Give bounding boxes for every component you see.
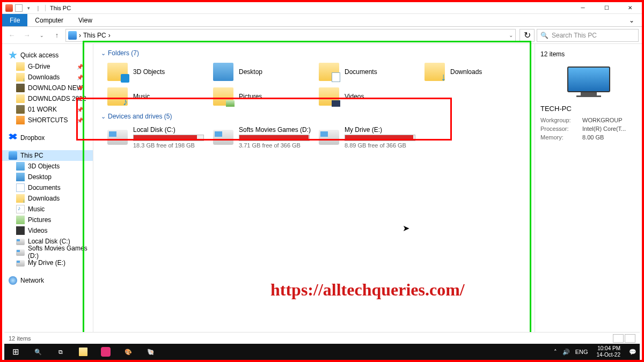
tray-expand-icon[interactable]: ˄ <box>554 349 557 356</box>
nav-up-button[interactable]: ↑ <box>50 29 63 42</box>
pc-monitor-icon <box>567 67 610 96</box>
taskbar-search-button[interactable]: 🔍 <box>27 344 49 360</box>
tray-volume-icon[interactable]: 🔊 <box>562 349 570 356</box>
sidebar-item-documents[interactable]: Documents <box>2 182 93 193</box>
view-large-button[interactable] <box>625 334 635 343</box>
disk-icon <box>213 130 233 145</box>
sidebar-dropbox[interactable]: Dropbox <box>2 132 93 144</box>
disk-icon <box>16 260 25 267</box>
desktop-icon <box>16 173 25 181</box>
crumb-dropdown-icon[interactable]: ⌄ <box>509 32 513 38</box>
sidebar-item-3dobjects[interactable]: 3D Objects <box>2 161 93 172</box>
window-title: This PC <box>45 5 71 11</box>
taskbar-app[interactable] <box>94 344 117 360</box>
sidebar-item-desktop[interactable]: Desktop <box>2 172 93 182</box>
sidebar-item-downloads[interactable]: Downloads📌 <box>2 72 93 83</box>
sidebar-quick-access[interactable]: Quick access <box>2 49 93 61</box>
refresh-button[interactable]: ↻ <box>519 29 535 42</box>
folder-videos[interactable]: Videos <box>319 85 423 108</box>
folder-documents[interactable]: Documents <box>319 60 423 84</box>
disk-icon <box>107 130 128 145</box>
folder-desktop[interactable]: Desktop <box>213 60 318 84</box>
dropbox-icon <box>9 134 17 142</box>
sidebar-item-downloads2[interactable]: Downloads <box>2 193 93 204</box>
search-input[interactable]: 🔍 Search This PC <box>537 29 639 42</box>
taskbar-app[interactable]: 🎨 <box>117 344 140 360</box>
download-icon <box>16 73 25 82</box>
pin-icon: 📌 <box>77 96 83 102</box>
sidebar-item-videos[interactable]: Videos <box>2 225 93 236</box>
pin-icon: 📌 <box>77 85 83 91</box>
pc-icon <box>9 151 17 160</box>
tray-clock[interactable]: 10:04 PM 14-Oct-22 <box>594 345 624 358</box>
pin-icon: 📌 <box>77 117 83 123</box>
sidebar-item-downloads2022[interactable]: DOWNLOADS 2022📌 <box>2 93 93 104</box>
disk-icon <box>16 239 25 245</box>
view-details-button[interactable] <box>613 334 624 343</box>
addressbar: ← → ⌄ ↑ › This PC › ⌄ ↻ 🔍 Search This PC <box>2 27 642 44</box>
folder-icon <box>107 63 128 81</box>
taskbar-taskview-button[interactable]: ⧉ <box>49 344 72 360</box>
sidebar-item-gdrive[interactable]: G-Drive📌 <box>2 61 93 72</box>
folder-icon <box>425 63 445 81</box>
crumb-text[interactable]: This PC <box>83 32 106 39</box>
nav-recent-icon[interactable]: ⌄ <box>35 29 48 42</box>
nav-forward-button[interactable]: → <box>20 29 33 42</box>
drive-free-text: 3.71 GB free of 366 GB <box>239 142 311 149</box>
ribbon-expand-icon[interactable]: ⌄ <box>621 14 642 26</box>
drive-c[interactable]: Local Disk (C:) 18.3 GB free of 198 GB <box>107 123 212 151</box>
tab-file[interactable]: File <box>2 14 27 26</box>
sidebar-this-pc[interactable]: This PC <box>2 150 93 161</box>
crumb-sep: › <box>108 32 111 39</box>
section-folders[interactable]: Folders (7) <box>96 48 532 60</box>
minimize-button[interactable]: ─ <box>571 2 595 14</box>
maximize-button[interactable]: ☐ <box>595 2 618 14</box>
disk-icon <box>319 130 339 145</box>
drive-d[interactable]: Softs Movies Games (D:) 3.71 GB free of … <box>213 123 318 151</box>
folder-3d-objects[interactable]: 3D Objects <box>107 60 212 84</box>
tab-computer[interactable]: Computer <box>27 14 71 26</box>
sidebar-item-pictures[interactable]: Pictures <box>2 215 93 225</box>
folder-pictures[interactable]: Pictures <box>213 85 318 108</box>
folder-icon <box>213 87 233 106</box>
cursor-icon: ➤ <box>402 223 409 233</box>
qat-dropdown-icon[interactable]: ▾ <box>25 4 32 12</box>
statusbar: 12 items <box>4 332 640 344</box>
breadcrumb[interactable]: › This PC › ⌄ <box>65 29 516 42</box>
folder-icon <box>16 94 25 103</box>
main-content: Folders (7) 3D Objects Desktop Documents… <box>93 44 535 344</box>
desktop-icon <box>213 63 233 81</box>
sidebar-item-shortcuts[interactable]: SHORTCUTS📌 <box>2 115 93 125</box>
status-text: 12 items <box>9 335 31 342</box>
start-button[interactable]: ⊞ <box>4 344 27 360</box>
sidebar-network[interactable]: Network <box>2 275 93 286</box>
folder-downloads[interactable]: Downloads <box>425 60 529 84</box>
tray-lang[interactable]: ENG <box>575 349 588 355</box>
crumb-sep: › <box>79 32 81 39</box>
section-drives[interactable]: Devices and drives (5) <box>96 112 532 123</box>
drive-free-text: 8.89 GB free of 366 GB <box>345 142 415 149</box>
pin-icon: 📌 <box>77 75 83 80</box>
qat-separator: | <box>34 4 42 12</box>
taskbar-explorer-button[interactable] <box>72 344 94 360</box>
tray-notification-icon[interactable]: 💬 <box>629 349 636 356</box>
folder-icon <box>16 84 25 92</box>
sidebar-item-01work[interactable]: 01 WORK📌 <box>2 104 93 115</box>
nav-back-button[interactable]: ← <box>5 29 18 42</box>
tab-view[interactable]: View <box>71 14 100 26</box>
folder-music[interactable]: Music <box>107 85 212 108</box>
item-count: 12 items <box>540 50 636 62</box>
folder-icon <box>16 162 25 171</box>
sidebar-item-downloadnew[interactable]: DOWNLOAD NEW📌 <box>2 83 93 93</box>
folder-icon <box>319 63 339 81</box>
sidebar-item-music[interactable]: Music <box>2 204 93 215</box>
sidebar-item-drive-d[interactable]: Softs Movies Games (D:) <box>2 247 93 257</box>
star-icon <box>9 51 17 60</box>
taskbar: ⊞ 🔍 ⧉ 🎨 🐚 ˄ 🔊 ENG 10:04 PM 14-Oct-22 💬 <box>4 344 640 360</box>
sidebar-item-drive-e[interactable]: My Drive (E:) <box>2 257 93 268</box>
taskbar-app[interactable]: 🐚 <box>140 344 162 360</box>
close-button[interactable]: ✕ <box>618 2 642 14</box>
drive-e[interactable]: My Drive (E:) 8.89 GB free of 366 GB <box>319 123 423 151</box>
watermark-text: https://alltechqueries.com/ <box>270 280 465 300</box>
search-icon: 🔍 <box>540 32 548 39</box>
